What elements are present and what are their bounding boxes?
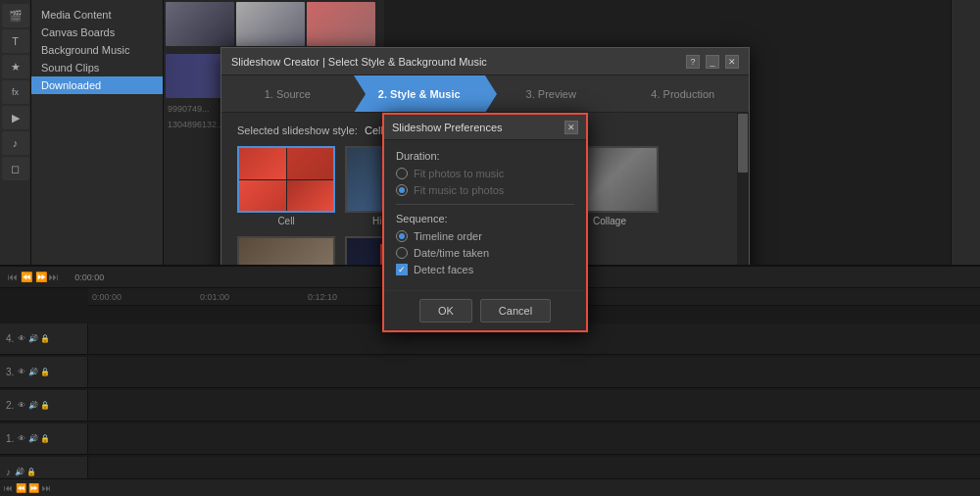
- sidebar-icon-fx[interactable]: fx: [2, 80, 29, 104]
- track-label-4: 4. 👁 🔊 🔒: [0, 323, 88, 354]
- transport-bar: ⏮ ⏪ ⏩ ⏭: [0, 478, 980, 496]
- pref-cancel-button[interactable]: Cancel: [480, 299, 551, 322]
- sidebar-icon-6[interactable]: ♪: [2, 131, 29, 155]
- ruler-mark-2: 0:12:10: [308, 292, 337, 302]
- step-style-music[interactable]: 2. Style & Music: [354, 75, 486, 112]
- scroll-thumb[interactable]: [738, 114, 748, 173]
- style-item-cell[interactable]: Cell: [237, 146, 335, 226]
- sidebar-icon-2[interactable]: T: [2, 29, 29, 53]
- track-content-3: [88, 357, 980, 387]
- fit-music-radio[interactable]: [396, 184, 408, 196]
- pref-divider: [396, 204, 574, 205]
- pref-detect-faces[interactable]: Detect faces: [396, 264, 574, 275]
- pref-fit-photos[interactable]: Fit photos to music: [396, 168, 574, 179]
- pref-title: Slideshow Preferences: [392, 122, 503, 133]
- pref-datetime[interactable]: Date/time taken: [396, 247, 574, 259]
- sidebar-icon-1[interactable]: 🎬: [2, 4, 29, 27]
- pref-ok-button[interactable]: OK: [419, 299, 472, 322]
- timeline-order-radio[interactable]: [396, 230, 408, 242]
- sidebar-icon-3[interactable]: ★: [2, 55, 29, 78]
- close-dialog-button[interactable]: ✕: [725, 55, 739, 69]
- pref-footer: OK Cancel: [384, 290, 586, 330]
- track-content-2: [88, 390, 980, 421]
- right-controls-panel: [951, 0, 980, 265]
- panel-sound-clips[interactable]: Sound Clips: [31, 59, 163, 76]
- track-content-1: [88, 423, 980, 454]
- pref-titlebar: Slideshow Preferences ✕: [384, 115, 586, 140]
- duration-label: Duration:: [396, 150, 574, 162]
- step-preview[interactable]: 3. Preview: [485, 75, 617, 112]
- pref-body: Duration: Fit photos to music Fit music …: [384, 140, 586, 290]
- minimize-button[interactable]: _: [706, 55, 719, 69]
- wizard-steps: 1. Source 2. Style & Music 3. Preview 4.…: [221, 75, 749, 113]
- timeline-track-3: 3. 👁 🔊 🔒: [0, 357, 980, 388]
- timeline-timecode: 0:00:00: [74, 273, 104, 282]
- media-thumb-3[interactable]: [307, 2, 375, 46]
- track-label-2: 2. 👁 🔊 🔒: [0, 390, 88, 421]
- media-thumb-2[interactable]: [236, 2, 305, 46]
- step-production[interactable]: 4. Production: [617, 75, 750, 112]
- sidebar-icon-5[interactable]: ▶: [2, 106, 29, 129]
- panel-canvas-boards[interactable]: Canvas Boards: [31, 24, 163, 41]
- sequence-label: Sequence:: [396, 213, 574, 224]
- help-button[interactable]: ?: [686, 55, 700, 69]
- dialog-titlebar: Slideshow Creator | Select Style & Backg…: [221, 48, 749, 75]
- pref-timeline-order[interactable]: Timeline order: [396, 230, 574, 242]
- sidebar-icon-7[interactable]: ◻: [2, 157, 29, 180]
- style-name-cell: Cell: [237, 216, 335, 226]
- timeline-track-1: 1. 👁 🔊 🔒: [0, 423, 980, 455]
- ruler-mark-0: 0:00:00: [92, 292, 122, 302]
- timeline-transport: ⏮ ⏪ ⏩ ⏭: [8, 272, 59, 282]
- ruler-mark-1: 0:01:00: [200, 292, 229, 302]
- preferences-dialog: Slideshow Preferences ✕ Duration: Fit ph…: [382, 113, 588, 332]
- transport-icons: ⏮ ⏪ ⏩ ⏭: [4, 483, 51, 493]
- panel-bg-music[interactable]: Background Music: [31, 41, 163, 59]
- style-thumb-cell[interactable]: [237, 146, 335, 213]
- pref-fit-music[interactable]: Fit music to photos: [396, 184, 574, 196]
- dialog-window-controls: ? _ ✕: [686, 55, 739, 69]
- track-label-3: 3. 👁 🔊 🔒: [0, 357, 88, 387]
- dialog-title: Slideshow Creator | Select Style & Backg…: [231, 56, 487, 68]
- detect-faces-checkbox[interactable]: [396, 264, 408, 275]
- track-label-1: 1. 👁 🔊 🔒: [0, 423, 88, 454]
- datetime-radio[interactable]: [396, 247, 408, 259]
- media-thumb-1[interactable]: [166, 2, 234, 46]
- timeline-track-2: 2. 👁 🔊 🔒: [0, 390, 980, 422]
- fit-photos-radio[interactable]: [396, 168, 408, 179]
- step-source[interactable]: 1. Source: [221, 75, 354, 112]
- pref-close-button[interactable]: ✕: [564, 121, 578, 134]
- panel-media-content[interactable]: Media Content: [31, 6, 163, 24]
- media-panel: Media Content Canvas Boards Background M…: [31, 0, 164, 265]
- panel-downloaded[interactable]: Downloaded: [31, 76, 163, 94]
